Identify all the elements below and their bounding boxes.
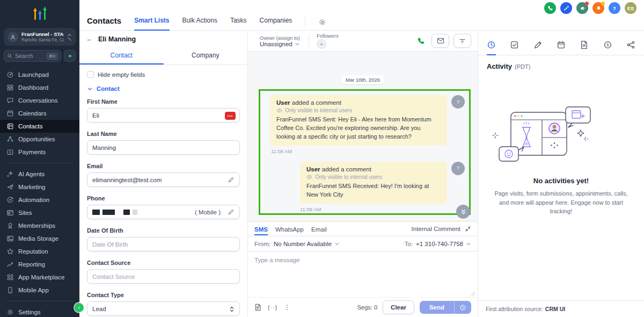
add-follower-button[interactable]: + [317,39,326,49]
sidebar-item-label: Media Storage [18,235,58,242]
filter-activities-button[interactable] [453,34,471,48]
tab-smart-lists[interactable]: Smart Lists [134,17,169,31]
sidebar-item-media-storage[interactable]: Media Storage [0,232,79,245]
sidebar-item-memberships[interactable]: Memberships [0,219,79,232]
sidebar-item-app-marketplace[interactable]: App Marketplace [0,271,79,284]
sidebar-collapse-button[interactable]: ‹ [75,303,84,312]
tab-documents[interactable] [580,40,589,55]
sidebar-item-settings[interactable]: Settings [0,306,79,317]
email-input[interactable] [92,177,235,183]
channel-tab-email[interactable]: Email [311,223,327,235]
history-clock-icon [487,40,496,49]
sidebar-item-automation[interactable]: Automation [0,193,79,206]
workspace-switcher[interactable]: FranFunnel - STAGING Rancho Santa Fe, Ca… [4,28,76,46]
tab-notes[interactable] [533,40,543,55]
tab-tasks[interactable]: Tasks [230,17,247,31]
envelope-icon [437,38,444,44]
phone-field[interactable]: ( Mobile ) [87,205,240,219]
email-contact-button[interactable] [431,34,449,48]
tab-company[interactable]: Company [164,47,248,64]
share-nodes-icon [626,40,635,49]
sidebar-item-contacts[interactable]: Contacts [0,120,79,133]
first-name-field[interactable]: ••• [87,108,240,123]
sidebar-item-sites[interactable]: Sites [0,206,79,219]
tab-bulk-actions[interactable]: Bulk Actions [182,17,217,31]
search-input[interactable]: Search ⌘K [4,50,61,62]
call-contact-button[interactable] [417,37,425,45]
contact-source-input[interactable] [92,273,235,280]
from-number-select[interactable]: No Number Available [274,241,340,247]
highlighted-messages-box: User added a comment Only visible to int… [259,89,471,215]
channel-tab-whatsapp[interactable]: WhatsApp [275,223,304,235]
contact-type-select[interactable]: Lead [87,301,240,316]
comment-avatar[interactable]: ? [451,95,465,109]
send-button[interactable]: Send [420,301,454,314]
comment-avatar[interactable]: ? [451,162,465,175]
collapse-composer-icon[interactable] [465,226,471,232]
clear-button[interactable]: Clear [383,300,414,314]
comment-action: added a comment [320,166,371,172]
notifications-button[interactable] [592,2,604,14]
tab-companies[interactable]: Companies [260,17,292,31]
field-alert-badge[interactable]: ••• [225,112,236,120]
sidebar-item-conversations[interactable]: Conversations [0,94,79,107]
attribution-label: First attribution source: [486,306,543,312]
announcements-button[interactable] [576,2,588,14]
edit-email-button[interactable] [228,176,235,183]
dob-input[interactable] [92,241,235,248]
contact-source-field[interactable] [87,269,240,284]
sidebar-item-calendars[interactable]: Calendars [0,107,79,120]
more-options-button[interactable]: ⋮ [284,304,290,311]
sidebar-item-opportunities[interactable]: Opportunities [0,133,79,146]
sidebar-item-mobile-app[interactable]: Mobile App [0,284,79,297]
message-input[interactable] [248,251,478,297]
conversation-panel: Owner (assign to) Unassigned Followers + [248,31,478,317]
last-name-input[interactable] [92,145,235,151]
resize-handle[interactable] [471,291,475,296]
hide-empty-fields-toggle[interactable]: Hide empty fields [87,71,240,78]
scroll-to-latest-button[interactable] [456,205,470,219]
internal-comment-toggle[interactable]: Internal Comment [412,226,460,232]
sidebar-item-payments[interactable]: $ Payments [0,146,79,158]
chevron-down-icon [295,41,300,47]
grid-apps-icon [6,273,14,281]
tab-payments[interactable]: $ [603,40,612,55]
tab-contact[interactable]: Contact [79,47,164,64]
dialer-button[interactable] [544,2,556,14]
sidebar-item-reputation[interactable]: Reputation [0,245,79,258]
connect-button[interactable] [560,2,572,14]
custom-values-button[interactable]: (··) [268,304,277,311]
sidebar-item-ai-agents[interactable]: AI Agents [0,168,79,181]
dob-field[interactable] [87,237,240,251]
edit-phone-button[interactable] [228,208,235,215]
contacts-settings-button[interactable] [318,18,326,31]
tab-tasks[interactable] [510,40,519,55]
ai-assistant-button[interactable] [64,50,76,62]
back-button[interactable]: ← [86,35,93,43]
schedule-send-button[interactable] [454,301,471,314]
owner-select[interactable]: Owner (assign to) Unassigned [260,35,309,47]
help-button[interactable]: ? [609,2,620,14]
message-timeline[interactable]: Mar 10th, 2026 User added a comment Only… [248,52,478,221]
checkbox[interactable] [87,71,94,78]
channel-tab-sms[interactable]: SMS [254,223,268,235]
sidebar-item-reporting[interactable]: Reporting [0,258,79,271]
email-field[interactable] [87,172,240,187]
tab-appointments[interactable] [557,40,566,55]
contact-section-toggle[interactable]: Contact [87,85,240,92]
templates-button[interactable] [254,304,261,311]
sidebar: FranFunnel - STAGING Rancho Santa Fe, Ca… [0,0,79,317]
tab-activity[interactable] [487,40,496,55]
sidebar-item-launchpad[interactable]: Launchpad [0,68,79,81]
user-avatar[interactable]: ES [625,2,636,14]
divider [305,17,305,26]
tab-associations[interactable] [626,40,635,55]
sidebar-item-marketing[interactable]: Marketing [0,181,79,193]
sidebar-item-label: Marketing [18,184,46,190]
first-name-input[interactable] [92,112,235,119]
to-number-select[interactable]: +1 310-740-7758 [416,241,471,247]
sidebar-item-label: Sites [18,210,32,216]
last-name-field[interactable] [87,140,240,155]
search-placeholder: Search [15,53,44,59]
sidebar-item-dashboard[interactable]: Dashboard [0,81,79,94]
